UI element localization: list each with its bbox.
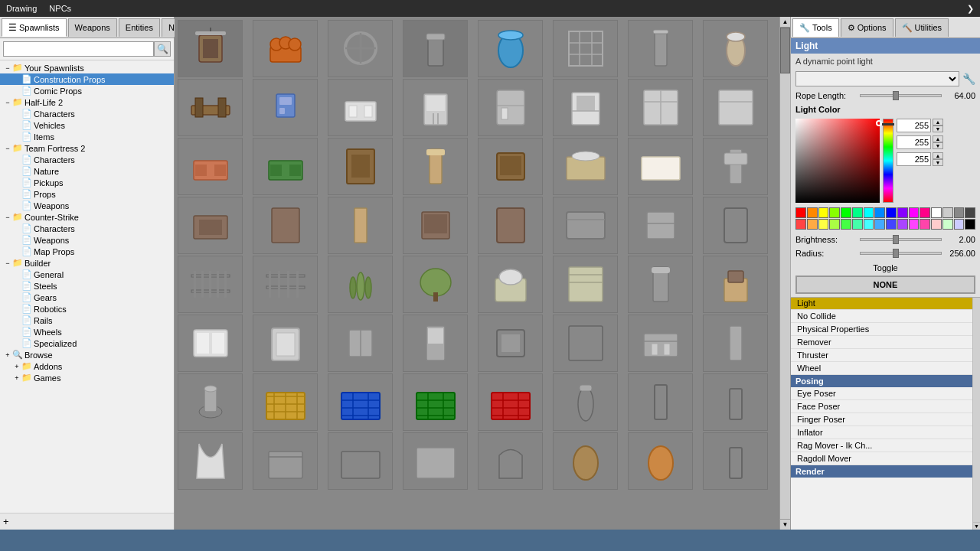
- prop-item[interactable]: [628, 79, 693, 136]
- toggle-your-spawnlists[interactable]: −: [3, 64, 12, 72]
- color-swatch[interactable]: [965, 219, 975, 230]
- tab-spawnlists[interactable]: ☰ Spawnlists: [2, 18, 67, 37]
- tool-eye-poser[interactable]: Eye Poser: [791, 387, 972, 400]
- tree-item-hl2-items[interactable]: 📄 Items: [0, 131, 174, 142]
- tree-item-construction-props[interactable]: 📄 Construction Props: [0, 73, 174, 85]
- tab-weapons[interactable]: Weapons: [68, 18, 117, 37]
- tree-item-your-spawnlists[interactable]: − 📁 Your Spawnlists: [0, 62, 174, 73]
- color-swatch[interactable]: [829, 207, 840, 218]
- prop-item[interactable]: [253, 432, 318, 490]
- prop-item[interactable]: [178, 138, 243, 195]
- tree-item-builder-wheels[interactable]: 📄 Wheels: [0, 326, 174, 337]
- hue-handle[interactable]: [882, 123, 894, 126]
- color-swatch[interactable]: [874, 219, 885, 230]
- prop-item[interactable]: [328, 373, 393, 431]
- radius-slider[interactable]: [860, 252, 942, 255]
- color-swatch[interactable]: [909, 207, 920, 218]
- prop-item[interactable]: [178, 432, 243, 490]
- prop-item[interactable]: [628, 20, 693, 77]
- tree-item-builder[interactable]: − 📁 Builder: [0, 257, 174, 269]
- color-swatch[interactable]: [852, 219, 863, 230]
- color-swatch[interactable]: [829, 219, 840, 230]
- color-swatch[interactable]: [841, 219, 851, 230]
- tree-item-tf2-weapons[interactable]: 📄 Weapons: [0, 200, 174, 211]
- tool-rag-mover[interactable]: Rag Mover - Ik Ch...: [791, 439, 972, 452]
- tree-item-browse[interactable]: + 🔍 Browse: [0, 349, 174, 360]
- tree-item-hl2-vehicles[interactable]: 📄 Vehicles: [0, 119, 174, 131]
- color-swatch[interactable]: [897, 207, 908, 218]
- prop-item[interactable]: [703, 256, 768, 313]
- light-type-select[interactable]: [795, 71, 959, 86]
- toggle-builder[interactable]: −: [3, 259, 12, 267]
- color-swatch[interactable]: [864, 207, 874, 218]
- prop-item[interactable]: [178, 315, 243, 372]
- color-swatch[interactable]: [886, 207, 897, 218]
- tool-physical-properties[interactable]: Physical Properties: [791, 323, 972, 336]
- prop-item[interactable]: [403, 373, 468, 431]
- tree-item-builder-specialized[interactable]: 📄 Specialized: [0, 337, 174, 349]
- prop-item[interactable]: [403, 79, 468, 136]
- color-swatch[interactable]: [886, 219, 897, 230]
- tab-entities[interactable]: Entities: [119, 18, 160, 37]
- prop-item[interactable]: [628, 138, 693, 195]
- search-input[interactable]: [3, 41, 154, 57]
- toggle-games[interactable]: +: [12, 374, 21, 382]
- tree-item-browse-games[interactable]: + 📁 Games: [0, 372, 174, 383]
- prop-item[interactable]: [253, 197, 318, 254]
- b-down-btn[interactable]: ▼: [933, 159, 943, 166]
- prop-item[interactable]: [553, 373, 618, 431]
- search-button[interactable]: 🔍: [154, 41, 171, 57]
- tree-item-tf2-characters[interactable]: 📄 Characters: [0, 154, 174, 165]
- prop-item[interactable]: [328, 20, 393, 77]
- color-swatch[interactable]: [864, 219, 874, 230]
- tree-item-tf2-pickups[interactable]: 📄 Pickups: [0, 177, 174, 188]
- prop-item[interactable]: [178, 197, 243, 254]
- tree-item-builder-gears[interactable]: 📄 Gears: [0, 292, 174, 303]
- radius-thumb[interactable]: [893, 249, 899, 258]
- prop-grid-scroll[interactable]: [175, 17, 779, 530]
- prop-item[interactable]: [478, 373, 543, 431]
- prop-item[interactable]: [478, 138, 543, 195]
- color-swatch[interactable]: [852, 207, 863, 218]
- color-swatch[interactable]: [841, 207, 851, 218]
- prop-item[interactable]: [253, 138, 318, 195]
- prop-item[interactable]: [328, 138, 393, 195]
- prop-item[interactable]: [328, 315, 393, 372]
- prop-item[interactable]: [178, 373, 243, 431]
- rope-length-slider[interactable]: [860, 94, 942, 97]
- prop-item[interactable]: [478, 432, 543, 490]
- prop-item[interactable]: [178, 79, 243, 136]
- toggle-browse[interactable]: +: [3, 351, 12, 359]
- prop-item[interactable]: [628, 315, 693, 372]
- r-down-btn[interactable]: ▼: [933, 126, 943, 132]
- tree-item-cs-characters[interactable]: 📄 Characters: [0, 223, 174, 234]
- tree-item-hl2[interactable]: − 📁 Half-Life 2: [0, 96, 174, 108]
- prop-item[interactable]: [478, 197, 543, 254]
- prop-item[interactable]: [253, 373, 318, 431]
- color-swatch[interactable]: [807, 219, 818, 230]
- color-swatch[interactable]: [954, 219, 965, 230]
- prop-item[interactable]: [703, 432, 768, 490]
- prop-item[interactable]: [403, 432, 468, 490]
- menu-npcs[interactable]: NPCs: [49, 4, 71, 13]
- tool-ragdoll-mover[interactable]: Ragdoll Mover: [791, 452, 972, 465]
- color-gradient-handle[interactable]: [876, 120, 882, 126]
- brightness-thumb[interactable]: [893, 235, 899, 244]
- prop-item[interactable]: [553, 256, 618, 313]
- color-swatch[interactable]: [920, 207, 930, 218]
- prop-item[interactable]: [478, 20, 543, 77]
- prop-item[interactable]: [703, 20, 768, 77]
- tree-item-comic-props[interactable]: 📄 Comic Props: [0, 85, 174, 96]
- scroll-thumb[interactable]: [780, 28, 790, 73]
- color-swatch[interactable]: [818, 219, 829, 230]
- tool-light[interactable]: Light: [791, 297, 972, 310]
- tree-item-builder-general[interactable]: 📄 General: [0, 269, 174, 280]
- tool-wheel[interactable]: Wheel: [791, 362, 972, 375]
- prop-item[interactable]: [328, 256, 393, 313]
- toggle-addons[interactable]: +: [12, 363, 21, 370]
- color-swatch[interactable]: [920, 219, 930, 230]
- prop-item[interactable]: [703, 373, 768, 431]
- prop-item[interactable]: [628, 432, 693, 490]
- prop-item[interactable]: [253, 79, 318, 136]
- brightness-slider[interactable]: [860, 238, 942, 241]
